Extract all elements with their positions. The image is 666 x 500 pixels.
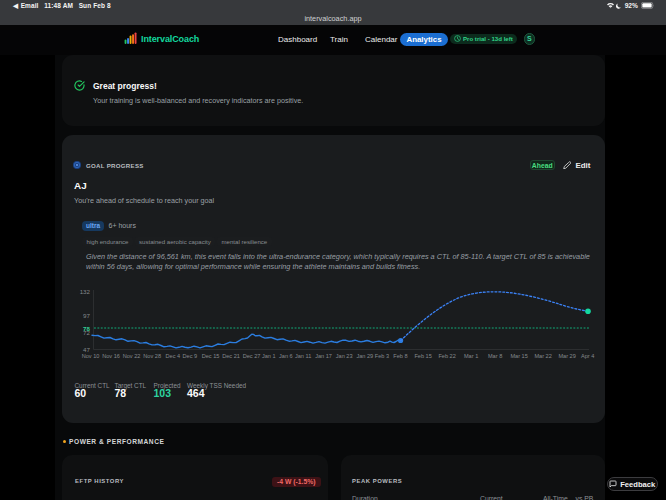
svg-text:Dec 9: Dec 9: [183, 353, 198, 359]
svg-text:Mar 1: Mar 1: [464, 353, 478, 359]
svg-text:Jan 11: Jan 11: [295, 353, 311, 359]
svg-text:Nov 22: Nov 22: [123, 353, 141, 359]
svg-text:Mar 22: Mar 22: [534, 353, 551, 359]
svg-text:Mar 15: Mar 15: [510, 353, 527, 359]
svg-text:Jan 1: Jan 1: [262, 353, 276, 359]
svg-text:Feb 22: Feb 22: [438, 353, 455, 359]
svg-text:97: 97: [83, 312, 90, 319]
svg-text:Nov 16: Nov 16: [102, 353, 120, 359]
svg-text:Jan 29: Jan 29: [356, 353, 373, 359]
svg-text:Nov 10: Nov 10: [82, 353, 100, 359]
svg-text:Dec 21: Dec 21: [222, 353, 240, 359]
svg-text:Mar 8: Mar 8: [488, 353, 502, 359]
svg-text:Feb 15: Feb 15: [414, 353, 431, 359]
svg-text:Apr 4: Apr 4: [581, 353, 594, 359]
svg-text:Nov 28: Nov 28: [143, 353, 161, 359]
svg-text:132: 132: [80, 288, 91, 295]
svg-text:Jan 23: Jan 23: [336, 353, 353, 359]
svg-text:Dec 27: Dec 27: [243, 353, 261, 359]
svg-text:Feb 8: Feb 8: [393, 353, 407, 359]
svg-text:Jan 6: Jan 6: [279, 353, 293, 359]
svg-text:Dec 15: Dec 15: [202, 353, 220, 359]
svg-text:72: 72: [83, 329, 90, 336]
svg-text:Mar 29: Mar 29: [558, 353, 575, 359]
svg-text:Feb 3: Feb 3: [375, 353, 389, 359]
svg-text:Jan 17: Jan 17: [315, 353, 332, 359]
svg-text:Dec 4: Dec 4: [165, 353, 180, 359]
